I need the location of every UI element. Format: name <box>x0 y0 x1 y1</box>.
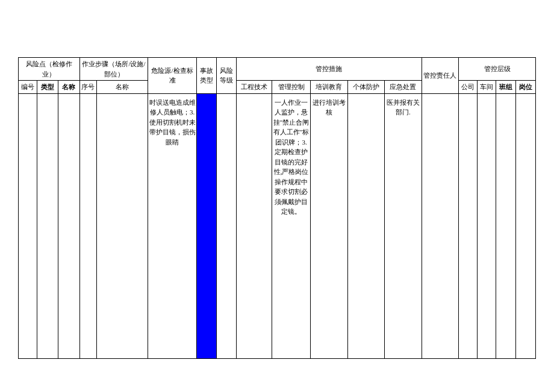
cell-engineering <box>236 93 272 358</box>
header-risk-level: 风险等级 <box>216 58 236 94</box>
header-type: 类型 <box>37 81 58 94</box>
table-row: 时误送电造成维修人员触电；3.使用切割机时未带护目镜，损伤眼睛 一人作业一人监护… <box>19 93 536 358</box>
header-control-measures: 管控措施 <box>236 58 422 81</box>
cell-ppe <box>347 93 385 358</box>
table-header: 风险点（检修作业） 作业步骤（场所/设施/部位） 危险源/检查标准 事故类型 风… <box>19 58 536 94</box>
header-work-step: 作业步骤（场所/设施/部位） <box>79 58 148 81</box>
header-management: 管理控制 <box>272 81 311 94</box>
header-accident-type: 事故类型 <box>196 58 216 94</box>
header-emergency: 应急处置 <box>385 81 422 94</box>
header-hazard: 危险源/检查标准 <box>148 58 196 94</box>
cell-name <box>58 93 79 358</box>
header-post: 岗位 <box>515 81 535 94</box>
cell-accident-type <box>196 93 216 358</box>
cell-num <box>19 93 37 358</box>
header-team: 班组 <box>496 81 515 94</box>
header-training: 培训教育 <box>310 81 347 94</box>
cell-seq <box>79 93 96 358</box>
header-company: 公司 <box>459 81 478 94</box>
cell-emergency: 医并报有关部门. <box>385 93 422 358</box>
cell-management: 一人作业一人监护，悬挂"禁止合闸有人工作"标团识牌；3. 定期检查护目镜的完好性… <box>272 93 311 358</box>
header-num: 编号 <box>19 81 37 94</box>
header-step-name: 名称 <box>97 81 148 94</box>
header-name: 名称 <box>58 81 79 94</box>
cell-risk-level <box>216 93 236 358</box>
cell-type <box>37 93 58 358</box>
cell-responsible <box>422 93 459 358</box>
cell-workshop <box>477 93 496 358</box>
risk-table: 风险点（检修作业） 作业步骤（场所/设施/部位） 危险源/检查标准 事故类型 风… <box>18 57 536 359</box>
header-control-level: 管控层级 <box>459 58 536 81</box>
cell-team <box>496 93 515 358</box>
cell-hazard: 时误送电造成维修人员触电；3.使用切割机时未带护目镜，损伤眼睛 <box>148 93 196 358</box>
cell-step-name <box>97 93 148 358</box>
cell-company <box>459 93 478 358</box>
header-engineering: 工程技术 <box>236 81 272 94</box>
header-responsible: 管控责任人 <box>422 58 459 94</box>
header-workshop: 车间 <box>477 81 496 94</box>
header-risk-point: 风险点（检修作业） <box>19 58 80 81</box>
header-seq: 序号 <box>79 81 96 94</box>
cell-training: 进行培训考核 <box>310 93 347 358</box>
cell-post <box>515 93 535 358</box>
header-ppe: 个体防护 <box>347 81 385 94</box>
